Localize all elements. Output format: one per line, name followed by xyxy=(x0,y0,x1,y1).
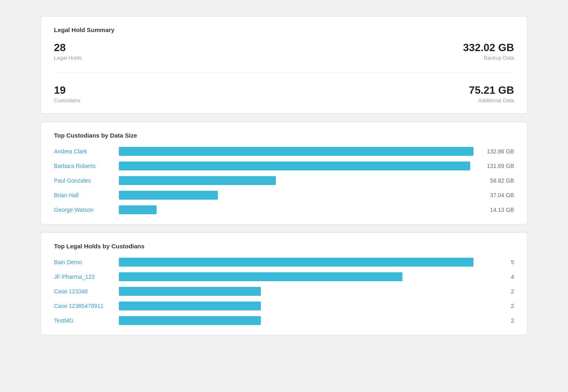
bar-value: 2 xyxy=(473,303,514,309)
summary-divider xyxy=(54,72,514,73)
bar-fill xyxy=(119,258,473,267)
bar-track xyxy=(119,272,473,281)
bar-fill xyxy=(119,176,276,185)
summary-value-holds: 28 xyxy=(54,41,284,54)
bar-label: Brian Hall xyxy=(54,192,119,198)
bar-row[interactable]: Barbara Roberts 131.69 GB xyxy=(54,162,514,170)
page-container: Legal Hold Summary 28 Legal Holds 332.02… xyxy=(41,16,527,335)
bar-value: 132.86 GB xyxy=(473,148,514,155)
summary-grid: 28 Legal Holds 332.02 GB Backup Data 19 … xyxy=(54,41,514,103)
holds-chart-body: Bain Demo 5 JF-Pharma_123 4 Case 123348 … xyxy=(54,258,514,325)
summary-label-additional: Additional Data xyxy=(284,97,514,103)
holds-chart-card: Top Legal Holds by Custodians Bain Demo … xyxy=(41,233,527,335)
holds-chart-title: Top Legal Holds by Custodians xyxy=(54,243,514,250)
summary-title: Legal Hold Summary xyxy=(54,26,514,33)
bar-label: Paul Gonzales xyxy=(54,177,119,184)
bar-row[interactable]: Paul Gonzales 58.82 GB xyxy=(54,176,514,185)
bar-track xyxy=(119,287,473,296)
bar-fill xyxy=(119,316,261,325)
bar-value: 58.82 GB xyxy=(473,177,514,184)
bar-fill xyxy=(119,272,402,281)
bar-value: 37.04 GB xyxy=(473,192,514,198)
summary-card: Legal Hold Summary 28 Legal Holds 332.02… xyxy=(41,16,527,114)
bar-value: 14.13 GB xyxy=(473,207,514,213)
custodians-chart-body: Andrea Clark 132.86 GB Barbara Roberts 1… xyxy=(54,147,514,214)
bar-row[interactable]: Andrea Clark 132.86 GB xyxy=(54,147,514,156)
bar-row[interactable]: Case 123348 2 xyxy=(54,287,514,296)
bar-track xyxy=(119,162,473,170)
bar-row[interactable]: TestMG 2 xyxy=(54,316,514,325)
bar-label: Bain Demo xyxy=(54,259,119,265)
summary-cell-legal-holds: 28 Legal Holds xyxy=(54,41,284,61)
bar-track xyxy=(119,176,473,185)
custodians-chart-title: Top Custodians by Data Size xyxy=(54,132,514,139)
summary-cell-custodians: 19 Custodians xyxy=(54,84,284,103)
bar-value: 131.69 GB xyxy=(473,163,514,169)
bar-fill xyxy=(119,205,157,214)
bar-value: 5 xyxy=(473,259,514,265)
bar-label: George Watson xyxy=(54,207,119,213)
bar-row[interactable]: JF-Pharma_123 4 xyxy=(54,272,514,281)
bar-track xyxy=(119,147,473,156)
summary-value-backup: 332.02 GB xyxy=(284,41,514,54)
bar-fill xyxy=(119,191,218,200)
bar-track xyxy=(119,205,473,214)
bar-label: JF-Pharma_123 xyxy=(54,274,119,280)
custodians-chart-card: Top Custodians by Data Size Andrea Clark… xyxy=(41,122,527,224)
summary-label-backup: Backup Data xyxy=(284,55,514,61)
bar-row[interactable]: Case 12365478911 2 xyxy=(54,302,514,310)
bar-value: 2 xyxy=(473,288,514,295)
summary-label-holds: Legal Holds xyxy=(54,55,284,61)
bar-row[interactable]: Brian Hall 37.04 GB xyxy=(54,191,514,200)
bar-label: TestMG xyxy=(54,317,119,324)
summary-value-custodians: 19 xyxy=(54,84,284,97)
bar-label: Case 123348 xyxy=(54,288,119,295)
bar-fill xyxy=(119,287,261,296)
bar-track xyxy=(119,316,473,325)
bar-label: Andrea Clark xyxy=(54,148,119,155)
bar-row[interactable]: Bain Demo 5 xyxy=(54,258,514,267)
bar-track xyxy=(119,191,473,200)
bar-fill xyxy=(119,147,473,156)
summary-cell-backup-data: 332.02 GB Backup Data xyxy=(284,41,514,61)
bar-value: 2 xyxy=(473,317,514,324)
bar-fill xyxy=(119,302,261,310)
bar-value: 4 xyxy=(473,274,514,280)
summary-cell-additional-data: 75.21 GB Additional Data xyxy=(284,84,514,103)
bar-fill xyxy=(119,162,470,170)
bar-label: Case 12365478911 xyxy=(54,303,119,309)
bar-row[interactable]: George Watson 14.13 GB xyxy=(54,205,514,214)
bar-label: Barbara Roberts xyxy=(54,163,119,169)
bar-track xyxy=(119,258,473,267)
summary-label-custodians: Custodians xyxy=(54,97,284,103)
summary-value-additional: 75.21 GB xyxy=(284,84,514,97)
bar-track xyxy=(119,302,473,310)
